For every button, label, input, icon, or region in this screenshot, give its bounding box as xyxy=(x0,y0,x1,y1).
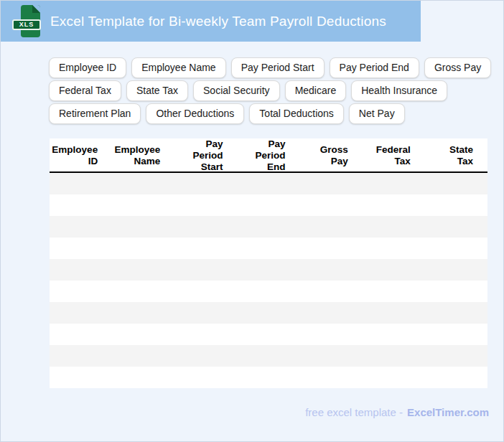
column-header-line: Federal xyxy=(363,144,411,156)
table-row xyxy=(50,367,487,388)
chip-pay-period-start[interactable]: Pay Period Start xyxy=(231,57,325,78)
footer-text: free excel template - xyxy=(305,406,403,418)
table-row xyxy=(50,238,487,259)
page: XLS Excel Template for Bi-weekly Team Pa… xyxy=(0,0,504,442)
column-header-line: Tax xyxy=(363,156,411,167)
table-row xyxy=(50,324,487,345)
table-header-row: Employee ID Employee Name Pay Period Sta… xyxy=(50,138,487,173)
chip-net-pay[interactable]: Net Pay xyxy=(349,103,405,124)
xls-file-icon: XLS xyxy=(12,5,42,38)
column-header-line: Pay Period xyxy=(237,138,285,161)
column-header-line: Employee xyxy=(50,144,98,156)
column-header-employee-name: Employee Name xyxy=(112,144,174,167)
column-header-line: Tax xyxy=(425,156,473,167)
table-row xyxy=(50,281,487,302)
page-title: Excel Template for Bi-weekly Team Payrol… xyxy=(50,14,386,29)
column-header-line: Start xyxy=(174,161,223,173)
chip-health-insurance[interactable]: Health Insurance xyxy=(351,80,447,101)
table-row xyxy=(50,216,487,238)
chip-medicare[interactable]: Medicare xyxy=(285,80,347,101)
column-header-line: ID xyxy=(50,156,98,167)
payroll-table: Employee ID Employee Name Pay Period Sta… xyxy=(50,138,487,388)
title-bar: XLS Excel Template for Bi-weekly Team Pa… xyxy=(1,1,421,42)
table-body xyxy=(50,173,487,388)
chip-employee-id[interactable]: Employee ID xyxy=(49,57,126,78)
chip-federal-tax[interactable]: Federal Tax xyxy=(49,80,121,101)
column-header-gross-pay: Gross Pay xyxy=(300,144,363,167)
footer-brand-link[interactable]: ExcelTimer.com xyxy=(407,406,489,418)
column-header-pay-period-start: Pay Period Start xyxy=(174,138,237,173)
chip-other-deductions[interactable]: Other Deductions xyxy=(146,103,244,124)
chip-row-3: Retirement Plan Other Deductions Total D… xyxy=(49,103,491,124)
column-header-pay-period-end: Pay Period End xyxy=(237,138,299,173)
footer-credit: free excel template -ExcelTimer.com xyxy=(305,406,489,418)
column-header-line: Pay Period xyxy=(174,138,223,161)
chip-pay-period-end[interactable]: Pay Period End xyxy=(330,57,419,78)
chip-retirement-plan[interactable]: Retirement Plan xyxy=(49,103,141,124)
chip-row-1: Employee ID Employee Name Pay Period Sta… xyxy=(49,57,491,78)
chip-social-security[interactable]: Social Security xyxy=(193,80,280,101)
table-row xyxy=(50,345,487,367)
chip-employee-name[interactable]: Employee Name xyxy=(131,57,226,78)
xls-fold-icon xyxy=(32,5,40,13)
chip-row-2: Federal Tax State Tax Social Security Me… xyxy=(49,80,491,101)
column-header-employee-id: Employee ID xyxy=(50,144,112,167)
table-row xyxy=(50,173,487,194)
column-header-line: Name xyxy=(112,156,160,167)
chip-total-deductions[interactable]: Total Deductions xyxy=(249,103,344,124)
column-header-federal-tax: Federal Tax xyxy=(363,144,425,167)
column-header-line: Pay xyxy=(300,156,348,167)
column-header-state-tax: State Tax xyxy=(425,144,487,167)
chip-state-tax[interactable]: State Tax xyxy=(126,80,188,101)
column-header-line: Gross xyxy=(300,144,348,156)
table-row xyxy=(50,194,487,216)
table-row xyxy=(50,259,487,281)
chip-gross-pay[interactable]: Gross Pay xyxy=(424,57,491,78)
table-row xyxy=(50,302,487,324)
field-chips: Employee ID Employee Name Pay Period Sta… xyxy=(49,57,491,124)
column-header-line: State xyxy=(425,144,473,156)
column-header-line: End xyxy=(237,161,285,173)
xls-badge-label: XLS xyxy=(12,19,41,30)
column-header-line: Employee xyxy=(112,144,160,156)
